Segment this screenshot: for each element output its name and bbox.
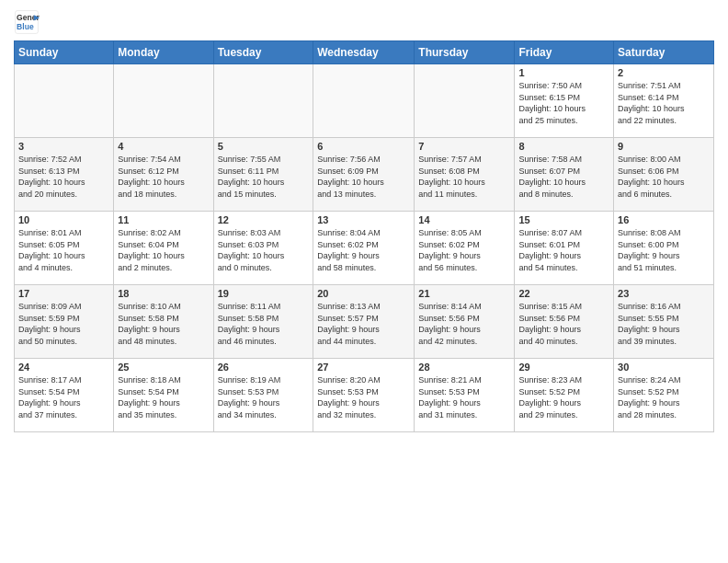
calendar-table: SundayMondayTuesdayWednesdayThursdayFrid…: [14, 40, 714, 432]
day-info: Sunrise: 8:00 AM Sunset: 6:06 PM Dayligh…: [618, 154, 710, 200]
day-info: Sunrise: 8:11 AM Sunset: 5:58 PM Dayligh…: [218, 301, 310, 347]
day-number: 6: [317, 141, 410, 152]
weekday-header-saturday: Saturday: [614, 41, 714, 64]
day-info: Sunrise: 7:54 AM Sunset: 6:12 PM Dayligh…: [118, 154, 209, 200]
calendar-week-row: 10Sunrise: 8:01 AM Sunset: 6:05 PM Dayli…: [15, 212, 714, 285]
calendar-cell: 24Sunrise: 8:17 AM Sunset: 5:54 PM Dayli…: [15, 359, 114, 432]
day-number: 10: [18, 214, 109, 225]
day-number: 2: [618, 67, 710, 78]
day-number: 29: [518, 362, 609, 373]
day-info: Sunrise: 8:14 AM Sunset: 5:56 PM Dayligh…: [418, 301, 510, 347]
calendar-cell: 28Sunrise: 8:21 AM Sunset: 5:53 PM Dayli…: [415, 359, 515, 432]
calendar-cell: 15Sunrise: 8:07 AM Sunset: 6:01 PM Dayli…: [515, 212, 614, 285]
calendar-cell: 17Sunrise: 8:09 AM Sunset: 5:59 PM Dayli…: [15, 285, 114, 359]
calendar-cell: [114, 64, 213, 138]
day-info: Sunrise: 8:24 AM Sunset: 5:52 PM Dayligh…: [618, 374, 710, 420]
day-number: 26: [218, 362, 310, 373]
day-number: 4: [118, 141, 209, 152]
day-number: 15: [518, 214, 609, 225]
day-info: Sunrise: 8:17 AM Sunset: 5:54 PM Dayligh…: [18, 374, 109, 420]
calendar-week-row: 24Sunrise: 8:17 AM Sunset: 5:54 PM Dayli…: [15, 359, 714, 432]
page-header: General Blue: [14, 9, 714, 35]
day-info: Sunrise: 8:20 AM Sunset: 5:53 PM Dayligh…: [317, 374, 410, 420]
weekday-header-tuesday: Tuesday: [213, 41, 313, 64]
calendar-cell: 16Sunrise: 8:08 AM Sunset: 6:00 PM Dayli…: [614, 212, 714, 285]
calendar-cell: 23Sunrise: 8:16 AM Sunset: 5:55 PM Dayli…: [614, 285, 714, 359]
calendar-header-row: SundayMondayTuesdayWednesdayThursdayFrid…: [15, 41, 714, 64]
day-info: Sunrise: 7:52 AM Sunset: 6:13 PM Dayligh…: [18, 154, 109, 200]
day-number: 13: [317, 214, 410, 225]
calendar-cell: 27Sunrise: 8:20 AM Sunset: 5:53 PM Dayli…: [313, 359, 415, 432]
day-number: 5: [218, 141, 310, 152]
calendar-body: 1Sunrise: 7:50 AM Sunset: 6:15 PM Daylig…: [15, 64, 714, 432]
calendar-cell: 20Sunrise: 8:13 AM Sunset: 5:57 PM Dayli…: [313, 285, 415, 359]
day-info: Sunrise: 8:08 AM Sunset: 6:00 PM Dayligh…: [618, 227, 710, 273]
day-number: 28: [418, 362, 510, 373]
day-number: 24: [18, 362, 109, 373]
calendar-cell: 12Sunrise: 8:03 AM Sunset: 6:03 PM Dayli…: [213, 212, 313, 285]
calendar-cell: [213, 64, 313, 138]
calendar-cell: 9Sunrise: 8:00 AM Sunset: 6:06 PM Daylig…: [614, 138, 714, 212]
day-info: Sunrise: 8:07 AM Sunset: 6:01 PM Dayligh…: [518, 227, 609, 273]
day-number: 3: [18, 141, 109, 152]
day-number: 19: [218, 288, 310, 299]
day-info: Sunrise: 7:57 AM Sunset: 6:08 PM Dayligh…: [418, 154, 510, 200]
calendar-week-row: 17Sunrise: 8:09 AM Sunset: 5:59 PM Dayli…: [15, 285, 714, 359]
day-number: 22: [518, 288, 609, 299]
day-info: Sunrise: 7:55 AM Sunset: 6:11 PM Dayligh…: [218, 154, 310, 200]
day-info: Sunrise: 7:56 AM Sunset: 6:09 PM Dayligh…: [317, 154, 410, 200]
calendar-cell: 10Sunrise: 8:01 AM Sunset: 6:05 PM Dayli…: [15, 212, 114, 285]
day-number: 11: [118, 214, 209, 225]
weekday-header-thursday: Thursday: [415, 41, 515, 64]
day-info: Sunrise: 7:51 AM Sunset: 6:14 PM Dayligh…: [618, 80, 710, 126]
calendar-cell: [313, 64, 415, 138]
day-info: Sunrise: 8:18 AM Sunset: 5:54 PM Dayligh…: [118, 374, 209, 420]
day-info: Sunrise: 8:02 AM Sunset: 6:04 PM Dayligh…: [118, 227, 209, 273]
day-info: Sunrise: 8:13 AM Sunset: 5:57 PM Dayligh…: [317, 301, 410, 347]
calendar-cell: 1Sunrise: 7:50 AM Sunset: 6:15 PM Daylig…: [515, 64, 614, 138]
day-number: 17: [18, 288, 109, 299]
day-number: 7: [418, 141, 510, 152]
calendar-cell: 29Sunrise: 8:23 AM Sunset: 5:52 PM Dayli…: [515, 359, 614, 432]
day-info: Sunrise: 8:04 AM Sunset: 6:02 PM Dayligh…: [317, 227, 410, 273]
day-info: Sunrise: 8:15 AM Sunset: 5:56 PM Dayligh…: [518, 301, 609, 347]
calendar-cell: 25Sunrise: 8:18 AM Sunset: 5:54 PM Dayli…: [114, 359, 213, 432]
weekday-header-wednesday: Wednesday: [313, 41, 415, 64]
calendar-cell: [15, 64, 114, 138]
weekday-header-sunday: Sunday: [15, 41, 114, 64]
calendar-week-row: 3Sunrise: 7:52 AM Sunset: 6:13 PM Daylig…: [15, 138, 714, 212]
day-info: Sunrise: 7:50 AM Sunset: 6:15 PM Dayligh…: [518, 80, 609, 126]
calendar-cell: 7Sunrise: 7:57 AM Sunset: 6:08 PM Daylig…: [415, 138, 515, 212]
day-number: 12: [218, 214, 310, 225]
logo: General Blue: [14, 9, 41, 35]
calendar-cell: 22Sunrise: 8:15 AM Sunset: 5:56 PM Dayli…: [515, 285, 614, 359]
day-number: 8: [518, 141, 609, 152]
calendar-cell: 14Sunrise: 8:05 AM Sunset: 6:02 PM Dayli…: [415, 212, 515, 285]
calendar-cell: 3Sunrise: 7:52 AM Sunset: 6:13 PM Daylig…: [15, 138, 114, 212]
day-number: 20: [317, 288, 410, 299]
day-info: Sunrise: 8:09 AM Sunset: 5:59 PM Dayligh…: [18, 301, 109, 347]
day-info: Sunrise: 8:01 AM Sunset: 6:05 PM Dayligh…: [18, 227, 109, 273]
calendar-cell: 18Sunrise: 8:10 AM Sunset: 5:58 PM Dayli…: [114, 285, 213, 359]
day-number: 23: [618, 288, 710, 299]
calendar-cell: 21Sunrise: 8:14 AM Sunset: 5:56 PM Dayli…: [415, 285, 515, 359]
svg-text:Blue: Blue: [17, 22, 34, 31]
day-number: 25: [118, 362, 209, 373]
calendar-cell: 26Sunrise: 8:19 AM Sunset: 5:53 PM Dayli…: [213, 359, 313, 432]
calendar-cell: 6Sunrise: 7:56 AM Sunset: 6:09 PM Daylig…: [313, 138, 415, 212]
logo-icon: General Blue: [14, 9, 40, 35]
day-info: Sunrise: 8:21 AM Sunset: 5:53 PM Dayligh…: [418, 374, 510, 420]
weekday-header-monday: Monday: [114, 41, 213, 64]
day-info: Sunrise: 7:58 AM Sunset: 6:07 PM Dayligh…: [518, 154, 609, 200]
day-number: 1: [518, 67, 609, 78]
day-info: Sunrise: 8:23 AM Sunset: 5:52 PM Dayligh…: [518, 374, 609, 420]
day-number: 21: [418, 288, 510, 299]
day-info: Sunrise: 8:10 AM Sunset: 5:58 PM Dayligh…: [118, 301, 209, 347]
calendar-week-row: 1Sunrise: 7:50 AM Sunset: 6:15 PM Daylig…: [15, 64, 714, 138]
calendar-cell: 4Sunrise: 7:54 AM Sunset: 6:12 PM Daylig…: [114, 138, 213, 212]
weekday-header-friday: Friday: [515, 41, 614, 64]
calendar-cell: 8Sunrise: 7:58 AM Sunset: 6:07 PM Daylig…: [515, 138, 614, 212]
day-info: Sunrise: 8:03 AM Sunset: 6:03 PM Dayligh…: [218, 227, 310, 273]
calendar-cell: [415, 64, 515, 138]
day-number: 18: [118, 288, 209, 299]
